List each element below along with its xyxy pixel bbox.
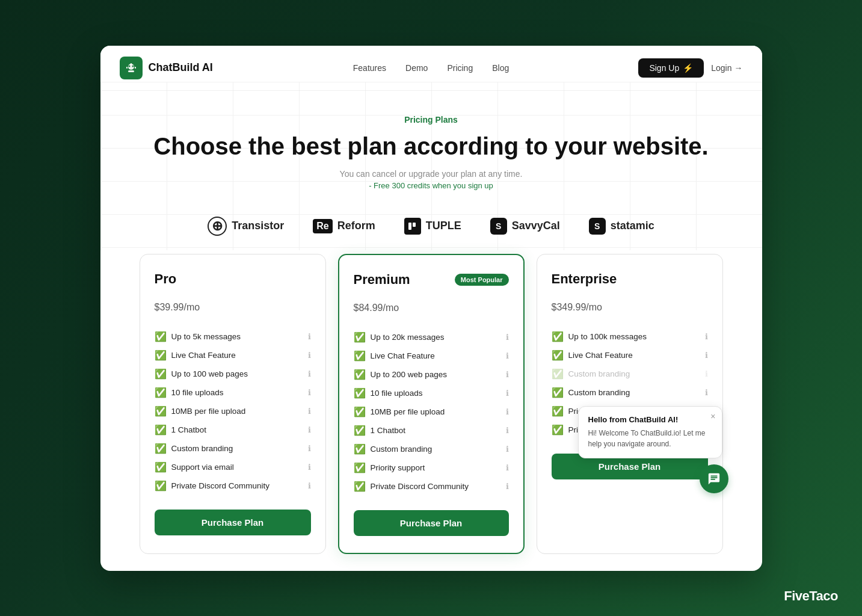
feature-item: ✅10MB per file upload ℹ [155, 402, 311, 420]
info-icon[interactable]: ℹ [506, 445, 509, 454]
plans-row: Pro $39.99/mo ✅Up to 5k messages ℹ ✅Live… [100, 247, 762, 571]
feature-item: ✅Up to 20k messages ℹ [354, 328, 509, 346]
info-icon[interactable]: ℹ [705, 388, 708, 397]
info-icon[interactable]: ℹ [308, 481, 311, 490]
brand-tuple: TUPLE [404, 218, 461, 235]
check-icon: ✅ [155, 480, 167, 491]
feature-item: ✅Custom branding ℹ [552, 365, 708, 383]
info-icon[interactable]: ℹ [506, 370, 509, 379]
most-popular-badge: Most Popular [455, 274, 509, 286]
brand-statamic: S statamic [589, 218, 654, 235]
purchase-plan-premium-button[interactable]: Purchase Plan [354, 510, 509, 536]
info-icon[interactable]: ℹ [506, 482, 509, 491]
info-icon[interactable]: ℹ [705, 351, 708, 360]
check-icon: ✅ [354, 331, 366, 343]
check-icon: ✅ [552, 387, 564, 398]
login-button[interactable]: Login → [711, 63, 742, 73]
feature-item: ✅Live Chat Feature ℹ [552, 346, 708, 365]
check-icon: ✅ [155, 424, 167, 436]
check-icon: ✅ [552, 331, 564, 342]
check-icon: ✅ [354, 425, 366, 436]
check-icon: ✅ [155, 368, 167, 380]
pricing-label: Pricing Plans [112, 115, 750, 125]
nav-demo[interactable]: Demo [405, 63, 428, 73]
svg-point-3 [132, 65, 134, 67]
info-icon[interactable]: ℹ [308, 388, 311, 397]
plan-enterprise: Enterprise $349.99/mo ✅Up to 100k messag… [537, 254, 723, 554]
brand-reform: Re Reform [313, 219, 375, 233]
info-icon[interactable]: ℹ [705, 332, 708, 341]
logo-icon [120, 57, 143, 79]
plan-pro-name: Pro [155, 271, 177, 287]
brand-tuple-label: TUPLE [426, 220, 461, 232]
feature-item: ✅Private Discord Community ℹ [354, 477, 509, 496]
check-icon: ✅ [552, 424, 564, 436]
hero-subtitle: You can cancel or upgrade your plan at a… [112, 169, 750, 179]
plan-premium-price: $84.99/mo [354, 294, 509, 316]
chat-open-button[interactable] [700, 464, 728, 493]
info-icon[interactable]: ℹ [308, 332, 311, 341]
nav-blog[interactable]: Blog [492, 63, 509, 73]
svg-rect-7 [408, 223, 411, 230]
nav-features[interactable]: Features [353, 63, 386, 73]
hero-section: Pricing Plans Choose the best plan accor… [100, 91, 762, 202]
svg-rect-8 [413, 223, 416, 227]
feature-item: ✅Support via email ℹ [155, 458, 311, 476]
info-icon[interactable]: ℹ [308, 407, 311, 416]
plan-premium: Premium Most Popular $84.99/mo ✅Up to 20… [338, 254, 525, 554]
info-icon[interactable]: ℹ [506, 389, 509, 398]
feature-item: ✅Live Chat Feature ℹ [354, 346, 509, 365]
feature-item: ✅10MB per file upload ℹ [354, 402, 509, 421]
brand-statamic-label: statamic [611, 220, 654, 232]
plan-pro: Pro $39.99/mo ✅Up to 5k messages ℹ ✅Live… [140, 254, 326, 554]
info-icon[interactable]: ℹ [308, 369, 311, 378]
info-icon[interactable]: ℹ [506, 333, 509, 342]
check-icon: ✅ [354, 462, 366, 473]
check-icon: ✅ [155, 461, 167, 473]
info-icon[interactable]: ℹ [308, 351, 311, 360]
hero-title: Choose the best plan according to your w… [112, 132, 750, 161]
plan-pro-features: ✅Up to 5k messages ℹ ✅Live Chat Feature … [155, 327, 311, 495]
check-icon: ✅ [155, 350, 167, 361]
check-icon: ✅ [552, 405, 564, 417]
check-icon: ✅ [354, 350, 366, 362]
info-icon[interactable]: ℹ [308, 444, 311, 453]
check-icon: ✅ [354, 387, 366, 399]
chat-title: Hello from ChatBuild AI! [588, 415, 712, 424]
feature-item: ✅Custom branding ℹ [155, 439, 311, 458]
info-icon[interactable]: ℹ [506, 351, 509, 360]
brand-transistor: ⊕ Transistor [208, 217, 284, 236]
info-icon[interactable]: ℹ [308, 425, 311, 434]
feature-item: ✅Up to 200 web pages ℹ [354, 365, 509, 384]
nav-pricing[interactable]: Pricing [447, 63, 473, 73]
chat-close-button[interactable]: × [710, 411, 715, 421]
brand-reform-label: Reform [337, 220, 375, 232]
main-card: ChatBuild AI Features Demo Pricing Blog … [100, 46, 762, 571]
info-icon[interactable]: ℹ [308, 463, 311, 472]
plan-premium-header: Premium Most Popular [354, 272, 509, 288]
check-icon: ✅ [155, 331, 167, 342]
svg-point-2 [128, 65, 130, 67]
info-icon[interactable]: ℹ [506, 463, 509, 472]
feature-item: ✅Priority support ℹ [354, 458, 509, 477]
feature-item: ✅Custom branding ℹ [552, 383, 708, 402]
info-icon[interactable]: ℹ [705, 369, 708, 378]
check-icon: ✅ [354, 443, 366, 455]
feature-item: ✅Custom branding ℹ [354, 440, 509, 458]
svg-rect-6 [135, 67, 136, 69]
check-icon: ✅ [354, 406, 366, 417]
purchase-plan-pro-button[interactable]: Purchase Plan [155, 510, 311, 535]
signup-button[interactable]: Sign Up ⚡ [638, 58, 704, 78]
feature-item: ✅Up to 100 web pages ℹ [155, 365, 311, 383]
feature-item: ✅Private Discord Community ℹ [155, 476, 311, 495]
nav-links: Features Demo Pricing Blog [276, 63, 587, 73]
info-icon[interactable]: ℹ [506, 407, 509, 416]
nav-actions: Sign Up ⚡ Login → [587, 58, 743, 78]
brand-savvycal: S SavvyCal [490, 218, 560, 235]
feature-item: ✅10 file uploads ℹ [354, 384, 509, 402]
check-icon: ✅ [155, 443, 167, 454]
brand-logos-row: ⊕ Transistor Re Reform TUPLE S SavvyCal … [100, 202, 762, 247]
plan-enterprise-price: $349.99/mo [552, 293, 708, 315]
info-icon[interactable]: ℹ [506, 426, 509, 435]
logo-area: ChatBuild AI [120, 57, 276, 79]
